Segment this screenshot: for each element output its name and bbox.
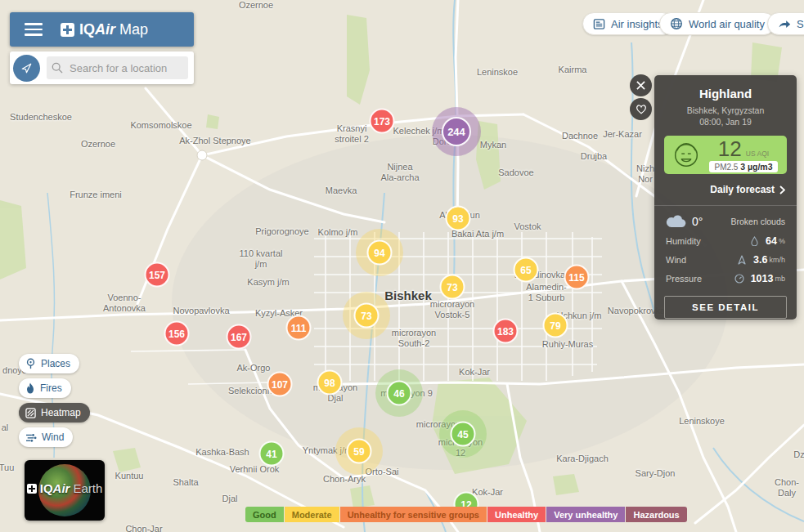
aqi-value: 12 bbox=[718, 138, 742, 159]
favorite-button[interactable] bbox=[630, 98, 652, 120]
iqair-earth-widget[interactable]: IQAir Earth bbox=[25, 460, 105, 521]
earth-brand-accent: Air bbox=[53, 481, 70, 495]
heart-icon bbox=[636, 104, 647, 114]
humidity-value: 64 bbox=[766, 235, 777, 247]
aqi-marker[interactable]: 73 bbox=[354, 303, 380, 329]
see-detail-button[interactable]: SEE DETAIL bbox=[664, 296, 787, 319]
layer-toggle-wind[interactable]: Wind bbox=[19, 427, 73, 447]
good-face-icon bbox=[671, 140, 702, 171]
aqi-marker[interactable]: 157 bbox=[145, 262, 170, 288]
chevron-right-icon bbox=[779, 186, 785, 194]
panel-divider bbox=[654, 205, 797, 206]
close-icon bbox=[636, 81, 645, 90]
aqi-marker[interactable]: 156 bbox=[164, 321, 190, 346]
wind-icon bbox=[25, 432, 37, 442]
legend-item: Hazardous bbox=[626, 507, 686, 522]
search-icon bbox=[52, 62, 63, 74]
aqi-marker[interactable]: 167 bbox=[227, 324, 252, 350]
search-box bbox=[47, 56, 188, 79]
aqi-marker[interactable]: 79 bbox=[543, 313, 568, 338]
wind-value: 3.6 bbox=[753, 254, 767, 266]
earth-brand-prefix: IQ bbox=[40, 481, 53, 495]
aqi-marker[interactable]: 65 bbox=[514, 257, 539, 283]
station-name: Highland bbox=[654, 87, 797, 101]
weather-condition: Broken clouds bbox=[730, 217, 785, 226]
daily-forecast-label: Daily forecast bbox=[710, 184, 775, 195]
brand-accent: Air bbox=[95, 21, 115, 38]
pressure-unit: mb bbox=[775, 275, 785, 283]
station-location: Bishkek, Kyrgyzstan bbox=[654, 105, 797, 116]
earth-brand: IQAir Earth bbox=[25, 481, 105, 495]
pressure-label: Pressure bbox=[666, 274, 733, 284]
gauge-icon bbox=[734, 274, 744, 284]
aqi-marker[interactable]: 94 bbox=[367, 240, 393, 266]
app-header: IQAir Map bbox=[10, 12, 194, 47]
aqi-marker[interactable]: 173 bbox=[370, 109, 395, 134]
aqi-marker[interactable]: 73 bbox=[440, 275, 465, 300]
legend-item: Unhealthy for sensitive groups bbox=[340, 507, 487, 522]
earth-brand-suffix: Earth bbox=[73, 481, 102, 495]
droplet-icon bbox=[751, 236, 758, 246]
brand-suffix: Map bbox=[119, 21, 148, 38]
share-button[interactable]: Share bbox=[767, 12, 804, 35]
aqi-marker[interactable]: 46 bbox=[387, 381, 412, 406]
world-air-quality-button[interactable]: World air quality bbox=[659, 12, 775, 35]
world-air-quality-label: World air quality bbox=[689, 18, 765, 30]
daily-forecast-link[interactable]: Daily forecast bbox=[666, 184, 785, 195]
locate-button[interactable] bbox=[13, 55, 40, 82]
layer-toggle-places[interactable]: Places bbox=[19, 354, 79, 373]
pressure-row: Pressure 1013 mb bbox=[666, 273, 785, 284]
station-timestamp: 08:00, Jan 19 bbox=[654, 116, 797, 127]
layer-fires-label: Fires bbox=[40, 382, 62, 394]
send-icon bbox=[20, 62, 33, 74]
aqi-marker[interactable]: 41 bbox=[259, 441, 285, 467]
pm25-badge: PM2.5 3 µg/m3 bbox=[709, 161, 777, 172]
air-insights-label: Air insights bbox=[611, 18, 663, 30]
news-icon bbox=[593, 18, 605, 30]
legend-item: Good bbox=[245, 507, 284, 522]
heatmap-icon bbox=[25, 408, 36, 418]
humidity-unit: % bbox=[779, 237, 785, 245]
aqi-marker[interactable]: 45 bbox=[451, 422, 476, 447]
aqi-marker[interactable]: 107 bbox=[267, 372, 293, 397]
aqi-unit: US AQI bbox=[746, 150, 769, 158]
search-card bbox=[10, 51, 194, 84]
wind-direction-icon bbox=[737, 255, 747, 265]
panel-close-button[interactable] bbox=[630, 74, 652, 96]
share-icon bbox=[778, 18, 791, 29]
wind-label: Wind bbox=[666, 255, 735, 265]
wind-unit: km/h bbox=[769, 256, 785, 264]
flame-icon bbox=[25, 382, 35, 394]
aqi-marker[interactable]: 98 bbox=[317, 370, 343, 396]
aqi-marker[interactable]: 93 bbox=[446, 206, 471, 231]
layer-wind-label: Wind bbox=[42, 431, 64, 443]
iqair-logo-icon bbox=[61, 23, 74, 37]
globe-icon bbox=[670, 17, 683, 30]
aqi-marker[interactable]: 59 bbox=[347, 439, 372, 464]
iqair-map-logo[interactable]: IQAir Map bbox=[61, 21, 148, 38]
layer-toggle-fires[interactable]: Fires bbox=[19, 378, 71, 398]
menu-icon[interactable] bbox=[25, 20, 43, 39]
station-panel: Highland Bishkek, Kyrgyzstan 08:00, Jan … bbox=[654, 75, 797, 320]
aqi-marker[interactable]: 244 bbox=[442, 117, 471, 146]
aqi-marker[interactable]: 115 bbox=[564, 265, 590, 290]
aqi-marker[interactable]: 111 bbox=[286, 315, 312, 341]
pm25-label: PM2.5 bbox=[714, 163, 738, 172]
temperature: 0° bbox=[692, 215, 730, 228]
share-label: Share bbox=[797, 18, 804, 30]
layer-heatmap-label: Heatmap bbox=[41, 407, 81, 418]
iqair-logo-icon bbox=[27, 484, 37, 494]
legend-item: Very unhealthy bbox=[546, 507, 625, 522]
search-input[interactable] bbox=[68, 61, 183, 75]
map-pin-icon bbox=[25, 358, 36, 369]
layer-toggle-heatmap[interactable]: Heatmap bbox=[19, 403, 90, 422]
brand-prefix: IQ bbox=[79, 21, 95, 38]
pm25-value: 3 µg/m3 bbox=[740, 162, 772, 172]
aqi-legend: GoodModerateUnhealthy for sensitive grou… bbox=[245, 507, 687, 522]
aqi-card: 12 US AQI PM2.5 3 µg/m3 bbox=[664, 136, 787, 174]
aqi-marker[interactable]: 183 bbox=[493, 319, 519, 344]
cloud-icon bbox=[666, 214, 687, 228]
pressure-value: 1013 bbox=[751, 273, 774, 284]
humidity-row: Humidity 64 % bbox=[666, 235, 785, 247]
legend-item: Unhealthy bbox=[487, 507, 546, 522]
